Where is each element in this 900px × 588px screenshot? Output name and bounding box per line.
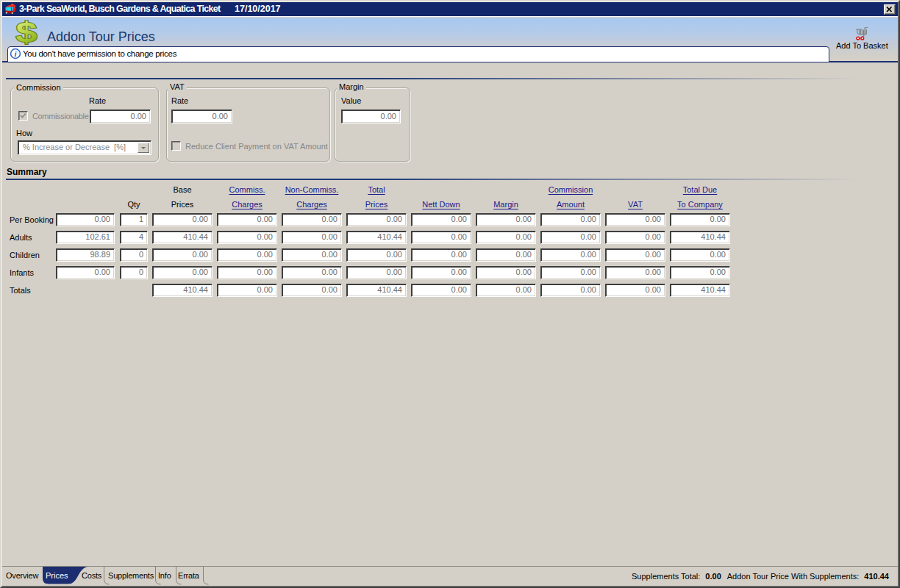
svg-text:$: $ xyxy=(15,17,37,48)
